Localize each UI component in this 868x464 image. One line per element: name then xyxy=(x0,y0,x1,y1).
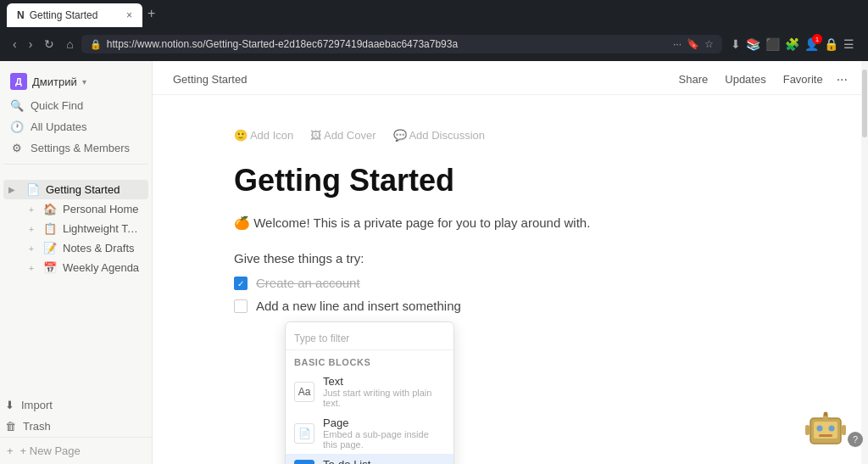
nav-back-button[interactable]: ‹ xyxy=(8,34,21,54)
user-menu[interactable]: Д Дмитрий ▾ xyxy=(3,68,148,95)
robot-icon[interactable] xyxy=(804,406,848,450)
more-options-icon[interactable]: ··· xyxy=(837,72,848,87)
page-block-icon: 📄 xyxy=(294,423,314,444)
plus-icon-2[interactable]: + xyxy=(25,224,37,234)
svg-point-3 xyxy=(829,426,835,432)
sidebar-item-import[interactable]: ⬇ Import xyxy=(0,394,152,416)
sidebar-item-notes-drafts[interactable]: ▶ + 📝 Notes & Drafts xyxy=(3,238,148,258)
sidebar-item-lightweight-todos[interactable]: ▶ + 📋 Lightweight To-dos xyxy=(3,219,148,238)
notes-drafts-label: Notes & Drafts xyxy=(63,242,143,254)
svg-rect-7 xyxy=(805,425,810,435)
dropdown-item-todo[interactable]: ☑ To-do List Track tasks with a to-do li… xyxy=(286,454,453,464)
browser-toolbar-right: ⬇ 📚 ⬛ 🧩 👤1 🔒 ☰ xyxy=(726,37,860,51)
dropdown-filter-input[interactable]: Type to filter xyxy=(286,327,453,350)
sidebar-item-getting-started[interactable]: ▶ 📄 Getting Started + xyxy=(3,180,148,199)
page-block-desc: Embed a sub-page inside this page. xyxy=(323,429,445,450)
sidebar-item-trash[interactable]: 🗑 Trash xyxy=(0,416,152,437)
text-block-icon: Aa xyxy=(294,382,314,402)
clock-icon: 🕐 xyxy=(10,120,24,133)
address-bar[interactable]: 🔒 https://www.notion.so/Getting-Started-… xyxy=(81,35,722,53)
browser-nav-bar: ‹ › ↻ ⌂ 🔒 https://www.notion.so/Getting-… xyxy=(0,27,868,61)
add-cover-button[interactable]: 🖼 Add Cover xyxy=(310,129,376,142)
address-right-icons: ··· 🔖 ☆ xyxy=(673,38,714,50)
favorite-button[interactable]: Favorite xyxy=(780,71,826,87)
menu-icon[interactable]: ☰ xyxy=(843,37,854,51)
trash-label: Trash xyxy=(23,420,51,433)
bookmark-icon[interactable]: 🔖 xyxy=(687,38,699,50)
nav-reload-button[interactable]: ↻ xyxy=(40,34,58,54)
sidebar-nav: ▶ 📄 Getting Started + ▶ + 🏠 Personal Hom… xyxy=(0,176,152,394)
gear-icon: ⚙ xyxy=(10,142,24,154)
tab-close-icon[interactable]: × xyxy=(126,9,132,21)
sidebar-item-quick-find[interactable]: 🔍 Quick Find xyxy=(3,95,148,116)
sidebar-bottom-section: ⬇ Import 🗑 Trash + + New Page xyxy=(0,394,152,464)
dropdown-item-text[interactable]: Aa Text Just start writing with plain te… xyxy=(286,371,453,412)
lock-icon: 🔒 xyxy=(90,39,102,50)
svg-point-2 xyxy=(817,426,823,432)
lock-browser-icon[interactable]: 🔒 xyxy=(824,37,838,51)
new-page-label: + New Page xyxy=(20,444,81,457)
dropdown-item-page[interactable]: 📄 Page Embed a sub-page inside this page… xyxy=(286,412,453,454)
page-icon-todos: 📋 xyxy=(42,222,58,235)
download-icon[interactable]: ⬇ xyxy=(731,37,741,51)
new-page-icon: + xyxy=(7,444,14,457)
add-discussion-button[interactable]: 💬 Add Discussion xyxy=(393,129,486,142)
todo-item-2: Add a new line and insert something xyxy=(234,299,787,313)
all-updates-label: All Updates xyxy=(31,120,86,133)
scrollbar-thumb[interactable] xyxy=(862,70,867,137)
add-icon-button[interactable]: 🙂 Add Icon xyxy=(234,129,293,142)
nav-forward-button[interactable]: › xyxy=(25,34,37,54)
library-icon[interactable]: 📚 xyxy=(746,37,760,51)
todo-block-icon: ☑ xyxy=(294,460,314,464)
checkbox-2[interactable] xyxy=(234,299,248,313)
user-avatar: Д xyxy=(10,73,27,90)
page-subtitle: 🍊 Welcome! This is a private page for yo… xyxy=(234,215,787,231)
checkbox-1[interactable] xyxy=(234,277,248,290)
page-icon-notes: 📝 xyxy=(42,242,58,254)
trash-icon: 🗑 xyxy=(5,420,16,433)
search-icon: 🔍 xyxy=(10,99,24,112)
page-block-name: Page xyxy=(323,416,445,429)
settings-label: Settings & Members xyxy=(31,142,130,154)
import-label: Import xyxy=(21,399,53,411)
help-button[interactable]: ? xyxy=(848,432,863,447)
sidebar-item-personal-home[interactable]: ▶ + 🏠 Personal Home xyxy=(3,199,148,219)
share-button[interactable]: Share xyxy=(676,71,712,87)
tab-favicon: N xyxy=(17,9,25,21)
import-icon: ⬇ xyxy=(5,399,14,411)
user-chevron-icon: ▾ xyxy=(82,77,86,87)
browser-tabs-bar: N Getting Started × + xyxy=(0,0,868,27)
extensions-icon[interactable]: 🧩 xyxy=(785,37,799,51)
address-more-icon[interactable]: ··· xyxy=(673,38,682,50)
section-title: Give these things a try: xyxy=(234,251,787,266)
dropdown-section-label: BASIC BLOCKS xyxy=(286,354,453,371)
profile-icon[interactable]: 👤1 xyxy=(804,37,819,51)
tab-title: Getting Started xyxy=(30,9,121,21)
text-block-info: Text Just start writing with plain text. xyxy=(323,375,445,408)
main-content: Getting Started Share Updates Favorite ·… xyxy=(153,61,868,464)
new-tab-button[interactable]: + xyxy=(147,6,155,21)
address-text: https://www.notion.so/Getting-Started-e2… xyxy=(107,38,668,50)
nav-home-button[interactable]: ⌂ xyxy=(62,34,77,54)
page-content: 🙂 Add Icon 🖼 Add Cover 💬 Add Discussion … xyxy=(153,95,868,464)
todo-text-2: Add a new line and insert something xyxy=(256,299,461,313)
sidebar-item-all-updates[interactable]: 🕐 All Updates xyxy=(3,116,148,137)
todo-text-1: Create an account xyxy=(256,276,360,290)
svg-rect-4 xyxy=(819,434,832,437)
window-icon[interactable]: ⬛ xyxy=(765,37,780,51)
page-main-title: Getting Started xyxy=(234,162,787,198)
plus-icon-1[interactable]: + xyxy=(25,204,37,215)
new-page-button[interactable]: + + New Page xyxy=(0,437,152,464)
plus-icon-3[interactable]: + xyxy=(25,243,37,254)
sidebar-item-settings[interactable]: ⚙ Settings & Members xyxy=(3,137,148,159)
star-icon[interactable]: ☆ xyxy=(704,38,714,50)
active-tab[interactable]: N Getting Started × xyxy=(7,3,142,27)
sidebar: Д Дмитрий ▾ 🔍 Quick Find 🕐 All Updates ⚙… xyxy=(0,61,153,464)
sidebar-item-weekly-agenda[interactable]: ▶ + 📅 Weekly Agenda xyxy=(3,258,148,277)
page-header: Getting Started Share Updates Favorite ·… xyxy=(153,61,868,95)
updates-button[interactable]: Updates xyxy=(721,71,769,87)
todo-item-1: Create an account xyxy=(234,276,787,290)
insert-dropdown: Type to filter BASIC BLOCKS Aa Text Just… xyxy=(285,321,454,464)
scrollbar[interactable] xyxy=(861,61,868,464)
plus-icon-4[interactable]: + xyxy=(25,263,37,273)
